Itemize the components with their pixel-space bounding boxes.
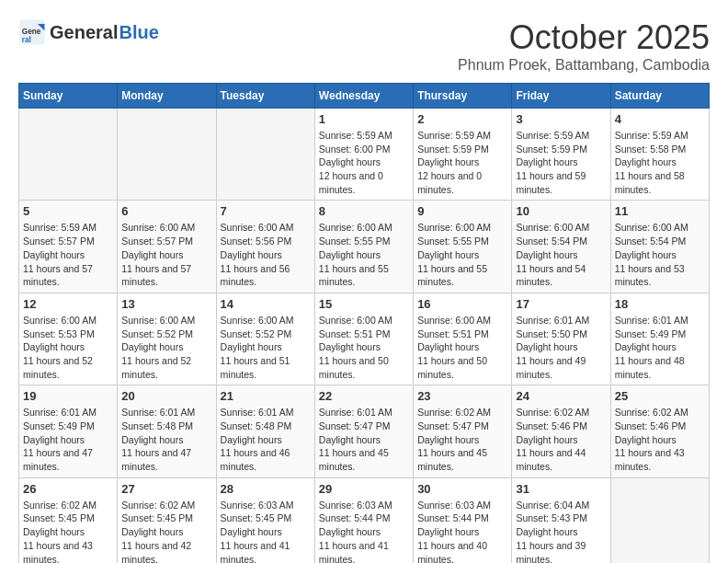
calendar-cell: 25Sunrise: 6:02 AMSunset: 5:46 PMDayligh…	[610, 385, 709, 477]
day-info: Sunrise: 6:02 AMSunset: 5:45 PMDaylight …	[23, 499, 113, 563]
calendar-cell: 9Sunrise: 6:00 AMSunset: 5:55 PMDaylight…	[414, 201, 512, 293]
calendar-cell: 3Sunrise: 5:59 AMSunset: 5:59 PMDaylight…	[512, 109, 610, 201]
day-info: Sunrise: 5:59 AMSunset: 5:57 PMDaylight …	[23, 221, 113, 288]
day-info: Sunrise: 6:00 AMSunset: 5:51 PMDaylight …	[319, 314, 409, 381]
day-number: 25	[615, 389, 705, 403]
day-header-wednesday: Wednesday	[314, 84, 413, 109]
day-number: 24	[516, 389, 606, 403]
calendar-week-row: 19Sunrise: 6:01 AMSunset: 5:49 PMDayligh…	[19, 385, 710, 477]
day-info: Sunrise: 6:02 AMSunset: 5:46 PMDaylight …	[615, 406, 705, 473]
day-info: Sunrise: 5:59 AMSunset: 6:00 PMDaylight …	[319, 129, 409, 196]
day-header-tuesday: Tuesday	[216, 84, 314, 109]
calendar-week-row: 26Sunrise: 6:02 AMSunset: 5:45 PMDayligh…	[19, 477, 710, 563]
day-number: 10	[516, 204, 606, 218]
calendar-cell: 11Sunrise: 6:00 AMSunset: 5:54 PMDayligh…	[610, 201, 709, 293]
calendar-cell: 7Sunrise: 6:00 AMSunset: 5:56 PMDaylight…	[216, 201, 314, 293]
day-info: Sunrise: 6:00 AMSunset: 5:52 PMDaylight …	[121, 314, 211, 381]
day-number: 26	[23, 482, 113, 496]
day-info: Sunrise: 6:01 AMSunset: 5:49 PMDaylight …	[615, 314, 705, 381]
calendar-cell: 23Sunrise: 6:02 AMSunset: 5:47 PMDayligh…	[414, 385, 512, 477]
day-number: 27	[121, 482, 211, 496]
calendar-cell: 2Sunrise: 5:59 AMSunset: 5:59 PMDaylight…	[414, 109, 512, 201]
svg-text:Gene: Gene	[22, 28, 41, 36]
day-header-saturday: Saturday	[610, 84, 709, 109]
day-number: 12	[23, 297, 113, 311]
day-info: Sunrise: 6:01 AMSunset: 5:48 PMDaylight …	[121, 406, 211, 473]
day-info: Sunrise: 6:00 AMSunset: 5:56 PMDaylight …	[221, 221, 311, 288]
day-info: Sunrise: 6:02 AMSunset: 5:45 PMDaylight …	[121, 499, 211, 563]
day-number: 11	[615, 204, 705, 218]
calendar-cell: 15Sunrise: 6:00 AMSunset: 5:51 PMDayligh…	[314, 293, 413, 385]
calendar-cell	[610, 477, 709, 563]
title-section: October 2025 Phnum Proek, Battambang, Ca…	[458, 18, 710, 74]
calendar-cell: 22Sunrise: 6:01 AMSunset: 5:47 PMDayligh…	[314, 385, 413, 477]
day-number: 14	[221, 297, 311, 311]
day-info: Sunrise: 6:00 AMSunset: 5:53 PMDaylight …	[23, 314, 113, 381]
calendar-cell: 24Sunrise: 6:02 AMSunset: 5:46 PMDayligh…	[512, 385, 610, 477]
calendar-cell: 29Sunrise: 6:03 AMSunset: 5:44 PMDayligh…	[314, 477, 413, 563]
calendar-cell: 12Sunrise: 6:00 AMSunset: 5:53 PMDayligh…	[19, 293, 118, 385]
day-info: Sunrise: 6:00 AMSunset: 5:55 PMDaylight …	[319, 221, 409, 288]
calendar-cell: 1Sunrise: 5:59 AMSunset: 6:00 PMDaylight…	[314, 109, 413, 201]
day-number: 19	[23, 389, 113, 403]
day-info: Sunrise: 5:59 AMSunset: 5:58 PMDaylight …	[615, 129, 705, 196]
calendar-cell: 5Sunrise: 5:59 AMSunset: 5:57 PMDaylight…	[19, 201, 118, 293]
day-number: 16	[417, 297, 507, 311]
logo-icon: Gene ral	[18, 18, 46, 46]
day-number: 17	[516, 297, 606, 311]
day-number: 21	[221, 389, 311, 403]
day-number: 9	[417, 204, 507, 218]
day-number: 15	[319, 297, 409, 311]
day-number: 5	[23, 204, 113, 218]
day-number: 31	[516, 482, 606, 496]
day-header-friday: Friday	[512, 84, 610, 109]
day-info: Sunrise: 6:01 AMSunset: 5:49 PMDaylight …	[23, 406, 113, 473]
day-info: Sunrise: 6:01 AMSunset: 5:47 PMDaylight …	[319, 406, 409, 473]
day-number: 29	[319, 482, 409, 496]
calendar-week-row: 12Sunrise: 6:00 AMSunset: 5:53 PMDayligh…	[19, 293, 710, 385]
day-info: Sunrise: 5:59 AMSunset: 5:59 PMDaylight …	[516, 129, 606, 196]
day-info: Sunrise: 6:00 AMSunset: 5:52 PMDaylight …	[221, 314, 311, 381]
day-header-thursday: Thursday	[414, 84, 512, 109]
calendar-cell: 18Sunrise: 6:01 AMSunset: 5:49 PMDayligh…	[610, 293, 709, 385]
day-number: 22	[319, 389, 409, 403]
day-info: Sunrise: 5:59 AMSunset: 5:59 PMDaylight …	[417, 129, 507, 196]
day-number: 8	[319, 204, 409, 218]
logo: Gene ral GeneralBlue	[18, 18, 159, 46]
calendar-header-row: SundayMondayTuesdayWednesdayThursdayFrid…	[19, 84, 710, 109]
location-title: Phnum Proek, Battambang, Cambodia	[458, 57, 710, 74]
day-info: Sunrise: 6:03 AMSunset: 5:45 PMDaylight …	[221, 499, 311, 563]
calendar-cell: 8Sunrise: 6:00 AMSunset: 5:55 PMDaylight…	[314, 201, 413, 293]
day-number: 23	[417, 389, 507, 403]
day-info: Sunrise: 6:02 AMSunset: 5:46 PMDaylight …	[516, 406, 606, 473]
day-number: 20	[121, 389, 211, 403]
day-number: 7	[221, 204, 311, 218]
calendar-cell	[216, 109, 314, 201]
day-number: 28	[221, 482, 311, 496]
calendar-cell: 16Sunrise: 6:00 AMSunset: 5:51 PMDayligh…	[414, 293, 512, 385]
day-number: 18	[615, 297, 705, 311]
calendar-week-row: 1Sunrise: 5:59 AMSunset: 6:00 PMDaylight…	[19, 109, 710, 201]
calendar-cell: 21Sunrise: 6:01 AMSunset: 5:48 PMDayligh…	[216, 385, 314, 477]
logo-blue: Blue	[119, 22, 158, 43]
day-number: 1	[319, 112, 409, 126]
day-info: Sunrise: 6:00 AMSunset: 5:51 PMDaylight …	[417, 314, 507, 381]
calendar-cell: 19Sunrise: 6:01 AMSunset: 5:49 PMDayligh…	[19, 385, 118, 477]
month-title: October 2025	[458, 18, 710, 57]
day-info: Sunrise: 6:01 AMSunset: 5:48 PMDaylight …	[221, 406, 311, 473]
calendar-cell: 6Sunrise: 6:00 AMSunset: 5:57 PMDaylight…	[118, 201, 216, 293]
calendar-cell	[19, 109, 118, 201]
day-number: 3	[516, 112, 606, 126]
calendar-cell: 17Sunrise: 6:01 AMSunset: 5:50 PMDayligh…	[512, 293, 610, 385]
calendar-cell: 10Sunrise: 6:00 AMSunset: 5:54 PMDayligh…	[512, 201, 610, 293]
svg-text:ral: ral	[22, 36, 31, 44]
day-header-sunday: Sunday	[19, 84, 118, 109]
calendar-table: SundayMondayTuesdayWednesdayThursdayFrid…	[18, 83, 710, 563]
day-info: Sunrise: 6:00 AMSunset: 5:57 PMDaylight …	[121, 221, 211, 288]
day-info: Sunrise: 6:00 AMSunset: 5:54 PMDaylight …	[516, 221, 606, 288]
calendar-cell: 27Sunrise: 6:02 AMSunset: 5:45 PMDayligh…	[118, 477, 216, 563]
day-number: 4	[615, 112, 705, 126]
day-number: 13	[121, 297, 211, 311]
calendar-cell: 4Sunrise: 5:59 AMSunset: 5:58 PMDaylight…	[610, 109, 709, 201]
logo-general: General	[50, 22, 118, 43]
